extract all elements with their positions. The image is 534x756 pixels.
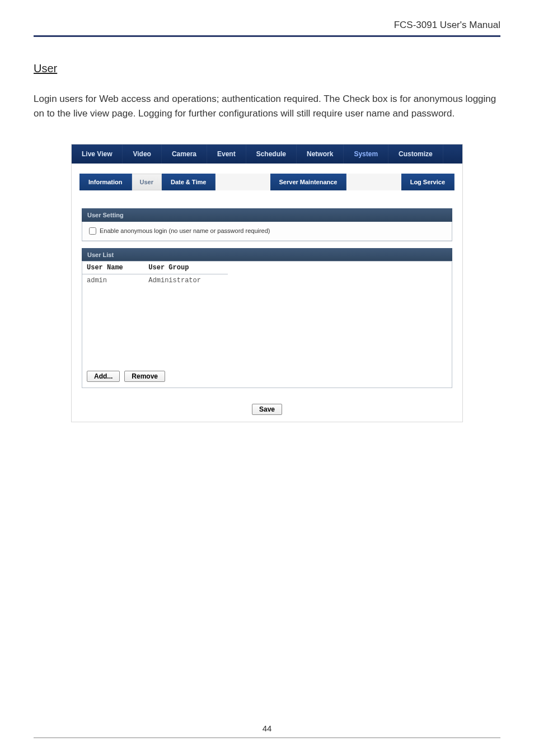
table-header-row: User Name User Group bbox=[82, 262, 228, 274]
nav-camera[interactable]: Camera bbox=[162, 144, 207, 164]
sub-nav: Information User Date & Time Server Main… bbox=[79, 174, 455, 190]
footer-rule bbox=[34, 738, 500, 738]
nav-system[interactable]: System bbox=[344, 144, 388, 164]
top-nav: Live View Video Camera Event Schedule Ne… bbox=[72, 144, 462, 164]
nav-event[interactable]: Event bbox=[207, 144, 246, 164]
running-header: FCS-3091 User's Manual bbox=[34, 20, 500, 37]
nav-video[interactable]: Video bbox=[123, 144, 161, 164]
subnav-server-maintenance[interactable]: Server Maintenance bbox=[270, 174, 347, 190]
user-list-table: User Name User Group admin Administrator bbox=[82, 262, 228, 287]
user-list-empty-area bbox=[82, 287, 452, 365]
nav-network[interactable]: Network bbox=[297, 144, 344, 164]
user-list-header: User List bbox=[82, 248, 452, 262]
nav-live-view[interactable]: Live View bbox=[72, 144, 123, 164]
nav-customize[interactable]: Customize bbox=[388, 144, 443, 164]
nav-schedule[interactable]: Schedule bbox=[246, 144, 297, 164]
col-user-name: User Name bbox=[82, 262, 144, 274]
section-title: User bbox=[34, 62, 500, 75]
remove-button[interactable]: Remove bbox=[124, 371, 165, 382]
subnav-user[interactable]: User bbox=[132, 174, 162, 190]
settings-screenshot: Live View Video Camera Event Schedule Ne… bbox=[71, 144, 463, 422]
cell-user-name: admin bbox=[82, 274, 144, 287]
subnav-information[interactable]: Information bbox=[79, 174, 132, 190]
save-button[interactable]: Save bbox=[252, 404, 282, 415]
page-number: 44 bbox=[263, 724, 272, 733]
section-paragraph: Login users for Web access and operation… bbox=[34, 92, 500, 122]
anonymous-login-label: Enable anonymous login (no user name or … bbox=[100, 227, 270, 234]
add-button[interactable]: Add... bbox=[87, 371, 120, 382]
cell-user-group: Administrator bbox=[144, 274, 228, 287]
anonymous-login-row[interactable]: Enable anonymous login (no user name or … bbox=[82, 222, 452, 241]
table-row[interactable]: admin Administrator bbox=[82, 274, 228, 287]
user-setting-header: User Setting bbox=[82, 208, 452, 222]
col-user-group: User Group bbox=[144, 262, 228, 274]
subnav-date-time[interactable]: Date & Time bbox=[162, 174, 216, 190]
subnav-log-service[interactable]: Log Service bbox=[401, 174, 455, 190]
anonymous-login-checkbox[interactable] bbox=[89, 227, 96, 235]
